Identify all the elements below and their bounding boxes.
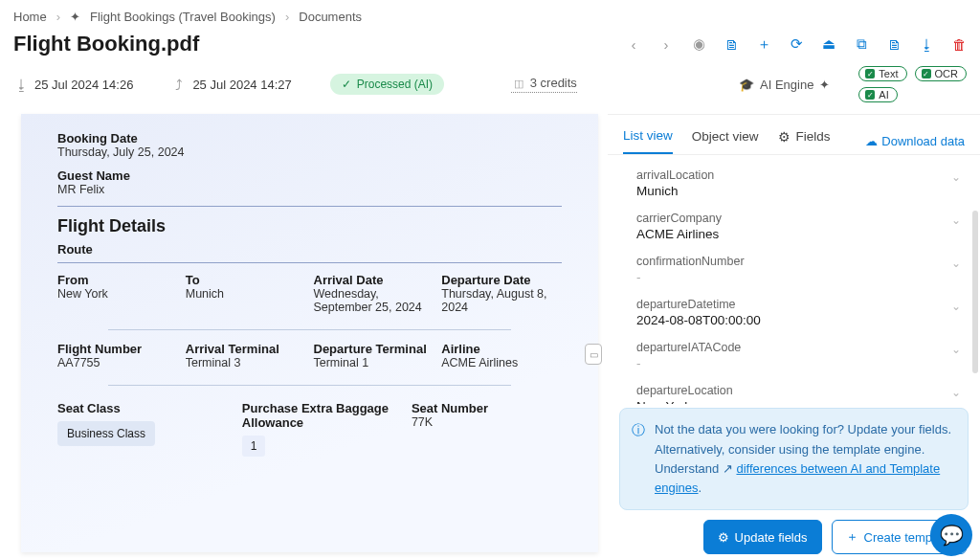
credits-label[interactable]: ◫ 3 credits bbox=[511, 76, 577, 93]
chat-icon: 💬 bbox=[940, 524, 964, 547]
field-name: departureDatetime bbox=[636, 298, 965, 311]
created-meta: ⭳ 25 Jul 2024 14:26 bbox=[13, 77, 133, 92]
info-line2b: Understand bbox=[655, 461, 719, 476]
check-icon: ✓ bbox=[342, 78, 351, 91]
chip-ai: ✓AI bbox=[858, 87, 897, 102]
field-row[interactable]: departureDatetime2024-08-08T00:00:00⌄ bbox=[636, 298, 965, 327]
departure-terminal-label: Departure Terminal bbox=[314, 342, 434, 356]
external-link-icon: ↗ bbox=[723, 461, 733, 476]
arrival-date-label: Arrival Date bbox=[314, 273, 434, 287]
document-preview: Booking Date Thursday, July 25, 2024 Gue… bbox=[21, 114, 598, 552]
download-small-icon: ⭳ bbox=[13, 77, 29, 92]
document-icon[interactable]: 🗎 bbox=[724, 36, 739, 52]
chip-text: ✓Text bbox=[858, 66, 906, 81]
breadcrumb-home[interactable]: Home bbox=[13, 10, 47, 24]
breadcrumb-folder[interactable]: Flight Bookings (Travel Bookings) bbox=[90, 10, 276, 24]
info-line1: Not the data you were looking for? Updat… bbox=[655, 422, 951, 436]
eye-icon[interactable]: ◉ bbox=[691, 36, 706, 52]
field-name: carrierCompany bbox=[636, 212, 965, 225]
coins-icon: ◫ bbox=[511, 77, 526, 92]
tab-fields[interactable]: ⚙Fields bbox=[778, 129, 831, 154]
field-value: - bbox=[636, 356, 965, 370]
chevron-down-icon[interactable]: ⌄ bbox=[951, 170, 961, 184]
chevron-right-icon: › bbox=[56, 10, 60, 24]
toolbar: ‹ › ◉ 🗎 ＋ ⟳ ⏏ ⧉ 🗎 ⭳ 🗑 bbox=[626, 36, 967, 52]
field-value: Munich bbox=[636, 184, 965, 198]
baggage-value: 1 bbox=[242, 436, 266, 457]
field-value: 2024-08-08T00:00:00 bbox=[636, 313, 965, 327]
breadcrumb-current: Documents bbox=[299, 10, 362, 24]
sliders-icon: ⚙ bbox=[778, 129, 791, 145]
chevron-down-icon[interactable]: ⌄ bbox=[951, 386, 961, 399]
chevron-down-icon[interactable]: ⌄ bbox=[951, 300, 961, 313]
field-name: confirmationNumber bbox=[636, 255, 965, 268]
field-list: arrivalLocationMunich⌄carrierCompanyACME… bbox=[608, 155, 980, 404]
ai-engine-label: 🎓 AI Engine ✦ bbox=[739, 78, 830, 92]
info-icon: ⓘ bbox=[632, 420, 645, 441]
seat-number-label: Seat Number bbox=[412, 401, 562, 415]
field-row[interactable]: arrivalLocationMunich⌄ bbox=[636, 168, 965, 198]
airline-value: ACME Airlines bbox=[441, 356, 562, 369]
from-value: New York bbox=[57, 287, 178, 301]
chevron-down-icon[interactable]: ⌄ bbox=[951, 213, 961, 227]
arrival-terminal-label: Arrival Terminal bbox=[186, 342, 306, 356]
cloud-download-icon: ☁ bbox=[865, 134, 878, 148]
modified-meta: ⤴ 25 Jul 2024 14:27 bbox=[171, 77, 291, 92]
chevron-right-icon: › bbox=[285, 10, 289, 24]
page-title: Flight Booking.pdf bbox=[13, 32, 199, 56]
download-icon[interactable]: ⭳ bbox=[919, 36, 934, 52]
seat-number-value: 77K bbox=[412, 415, 562, 429]
plus-icon: ＋ bbox=[846, 528, 858, 546]
chip-ocr: ✓OCR bbox=[915, 66, 967, 81]
field-row[interactable]: confirmationNumber-⌄ bbox=[636, 255, 965, 284]
hat-icon: 🎓 bbox=[739, 78, 754, 92]
field-row[interactable]: departureLocationNew York⌄ bbox=[636, 384, 965, 404]
sparkle-icon: ✦ bbox=[819, 78, 830, 92]
field-name: departureIATACode bbox=[636, 341, 965, 354]
field-value: ACME Airlines bbox=[636, 227, 965, 241]
refresh-icon[interactable]: ⟳ bbox=[789, 36, 804, 52]
baggage-label: Purchase Extra Baggage Allowance bbox=[242, 401, 392, 430]
to-value: Munich bbox=[186, 287, 306, 301]
chat-fab[interactable]: 💬 bbox=[930, 514, 972, 556]
tab-list-view[interactable]: List view bbox=[623, 128, 673, 154]
departure-date-value: Thursday, August 8, 2024 bbox=[441, 287, 562, 314]
info-line2a: Alternatively, consider using the templa… bbox=[655, 442, 924, 457]
file-download-icon[interactable]: 🗎 bbox=[886, 36, 902, 52]
arrival-terminal-value: Terminal 3 bbox=[186, 356, 306, 369]
field-row[interactable]: carrierCompanyACME Airlines⌄ bbox=[636, 212, 965, 241]
status-badge: ✓ Processed (AI) bbox=[330, 74, 444, 95]
field-value: - bbox=[636, 270, 965, 284]
chevron-down-icon[interactable]: ⌄ bbox=[951, 257, 961, 270]
guest-label: Guest Name bbox=[57, 168, 562, 183]
trash-icon[interactable]: 🗑 bbox=[951, 36, 967, 52]
flight-number-value: AA7755 bbox=[57, 356, 178, 369]
tab-object-view[interactable]: Object view bbox=[692, 129, 759, 153]
field-name: departureLocation bbox=[636, 384, 965, 397]
download-data-link[interactable]: ☁Download data bbox=[865, 134, 965, 148]
to-label: To bbox=[186, 273, 306, 287]
upload-small-icon: ⤴ bbox=[171, 77, 187, 92]
sparkle-icon: ✦ bbox=[70, 10, 80, 24]
plus-icon[interactable]: ＋ bbox=[756, 36, 771, 52]
guest-value: MR Felix bbox=[57, 183, 562, 196]
chevron-down-icon[interactable]: ⌄ bbox=[951, 343, 961, 356]
next-icon[interactable]: › bbox=[658, 36, 674, 52]
page-thumbnail[interactable]: ▭ bbox=[585, 344, 602, 365]
from-label: From bbox=[57, 273, 178, 287]
booking-date-label: Booking Date bbox=[57, 131, 562, 145]
eject-icon[interactable]: ⏏ bbox=[821, 36, 836, 52]
update-fields-button[interactable]: ⚙Update fields bbox=[703, 520, 822, 554]
seat-class-label: Seat Class bbox=[57, 401, 223, 415]
flight-number-label: Flight Number bbox=[57, 342, 178, 356]
copy-icon[interactable]: ⧉ bbox=[854, 36, 869, 52]
field-value: New York bbox=[636, 399, 965, 404]
route-label: Route bbox=[57, 242, 562, 257]
field-row[interactable]: departureIATACode-⌄ bbox=[636, 341, 965, 370]
seat-class-value: Business Class bbox=[57, 421, 155, 446]
field-name: arrivalLocation bbox=[636, 168, 965, 182]
prev-icon[interactable]: ‹ bbox=[626, 36, 641, 52]
departure-date-label: Departure Date bbox=[441, 273, 562, 287]
breadcrumb: Home › ✦ Flight Bookings (Travel Booking… bbox=[0, 0, 980, 28]
scrollbar[interactable] bbox=[972, 211, 978, 373]
